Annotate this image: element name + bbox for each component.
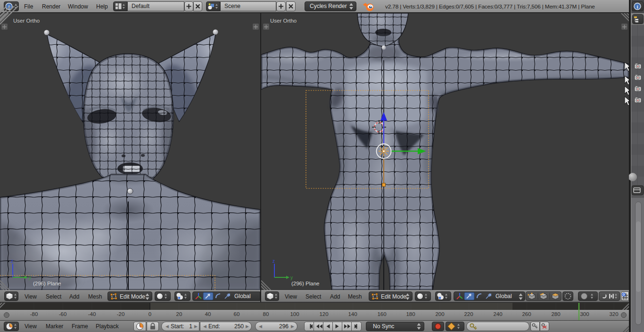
svg-text:(296) Plane: (296) Plane: [33, 281, 61, 286]
svg-text:z: z: [11, 259, 13, 264]
svg-text:i: i: [636, 4, 638, 9]
svg-text:User Ortho: User Ortho: [270, 18, 297, 24]
svg-text:y: y: [29, 275, 31, 280]
svg-text:(296) Plane: (296) Plane: [291, 281, 319, 286]
svg-text:y: y: [290, 275, 293, 280]
svg-text:z: z: [272, 259, 275, 264]
